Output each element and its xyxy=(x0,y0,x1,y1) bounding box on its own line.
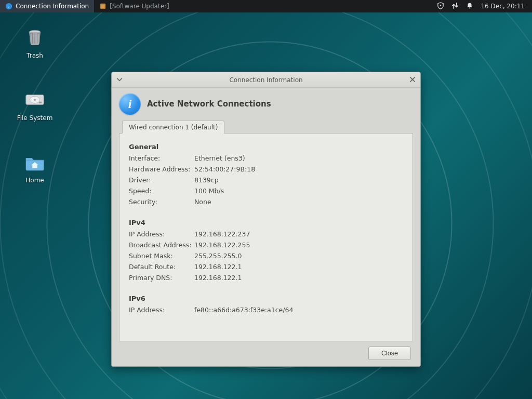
general-table: Interface: Ethernet (ens3) Hardware Addr… xyxy=(129,153,255,207)
network-icon[interactable] xyxy=(451,2,459,11)
label-interface: Interface: xyxy=(129,153,194,164)
taskbar-item-software-updater[interactable]: [Software Updater] xyxy=(94,0,174,12)
notification-bell-icon[interactable] xyxy=(466,2,473,11)
trash-icon xyxy=(22,25,47,50)
close-button-label: Close xyxy=(381,350,398,357)
shield-icon[interactable] xyxy=(437,2,444,11)
desktop-icon-home[interactable]: Home xyxy=(11,150,58,184)
info-icon: i xyxy=(5,3,12,10)
tab-content: General Interface: Ethernet (ens3) Hardw… xyxy=(119,133,413,341)
info-icon: i xyxy=(119,93,141,115)
value-default-route: 192.168.122.1 xyxy=(194,261,250,272)
window-menu-icon[interactable] xyxy=(116,76,123,83)
value-subnet-mask: 255.255.255.0 xyxy=(194,250,250,261)
label-hardware-address: Hardware Address: xyxy=(129,164,194,175)
home-folder-icon xyxy=(22,150,47,175)
value-broadcast-address: 192.168.122.255 xyxy=(194,240,250,250)
value-primary-dns: 192.168.122.1 xyxy=(194,272,250,283)
taskbar-item-connection-information[interactable]: i Connection Information xyxy=(0,0,94,12)
dialog-heading: Active Network Connections xyxy=(147,99,271,109)
taskbar-item-label: [Software Updater] xyxy=(110,3,169,10)
desktop-icon-label: Home xyxy=(11,177,58,184)
section-title-ipv6: IPv6 xyxy=(129,295,403,302)
desktop-icon-file-system[interactable]: File System xyxy=(11,87,58,122)
close-button[interactable]: Close xyxy=(368,347,411,360)
svg-point-10 xyxy=(34,99,36,101)
label-ipv4-address: IP Address: xyxy=(129,229,194,240)
desktop-icon-label: Trash xyxy=(11,52,58,59)
tab-label: Wired connection 1 (default) xyxy=(129,124,218,131)
svg-point-4 xyxy=(440,5,441,6)
value-speed: 100 Mb/s xyxy=(194,185,255,196)
svg-rect-5 xyxy=(469,7,471,8)
value-ipv4-address: 192.168.122.237 xyxy=(194,229,250,240)
value-ipv6-address: fe80::a66d:a673:f33e:a1ce/64 xyxy=(194,304,293,315)
window-titlebar[interactable]: Connection Information xyxy=(112,72,420,88)
label-ipv6-address: IP Address: xyxy=(129,304,194,315)
updater-icon xyxy=(99,3,107,10)
taskbar-item-label: Connection Information xyxy=(16,3,89,10)
label-primary-dns: Primary DNS: xyxy=(129,272,194,283)
drive-icon xyxy=(22,87,47,112)
label-subnet-mask: Subnet Mask: xyxy=(129,250,194,261)
system-tray: 16 Dec, 20:11 xyxy=(431,2,532,11)
top-panel: i Connection Information [Software Updat… xyxy=(0,0,532,12)
value-driver: 8139cp xyxy=(194,175,255,185)
label-security: Security: xyxy=(129,196,194,207)
svg-text:i: i xyxy=(8,4,10,9)
svg-rect-3 xyxy=(101,5,105,8)
value-interface: Ethernet (ens3) xyxy=(194,153,255,164)
connection-information-window: Connection Information i Active Network … xyxy=(111,72,421,367)
ipv6-table: IP Address: fe80::a66d:a673:f33e:a1ce/64 xyxy=(129,304,293,315)
label-broadcast-address: Broadcast Address: xyxy=(129,240,194,250)
section-title-general: General xyxy=(129,143,403,151)
value-security: None xyxy=(194,196,255,207)
ipv4-table: IP Address: 192.168.122.237 Broadcast Ad… xyxy=(129,229,250,283)
desktop-icon-trash[interactable]: Trash xyxy=(11,25,58,59)
tab-wired-connection-1[interactable]: Wired connection 1 (default) xyxy=(122,121,224,134)
close-icon[interactable] xyxy=(409,76,416,83)
label-default-route: Default Route: xyxy=(129,261,194,272)
svg-rect-11 xyxy=(39,102,42,103)
panel-clock[interactable]: 16 Dec, 20:11 xyxy=(481,3,526,10)
label-speed: Speed: xyxy=(129,185,194,196)
section-title-ipv4: IPv4 xyxy=(129,219,403,227)
desktop-icon-label: File System xyxy=(11,114,58,122)
value-hardware-address: 52:54:00:27:9B:18 xyxy=(194,164,255,175)
window-title: Connection Information xyxy=(229,76,302,84)
connections-notebook: Wired connection 1 (default) General Int… xyxy=(119,120,413,341)
label-driver: Driver: xyxy=(129,175,194,185)
